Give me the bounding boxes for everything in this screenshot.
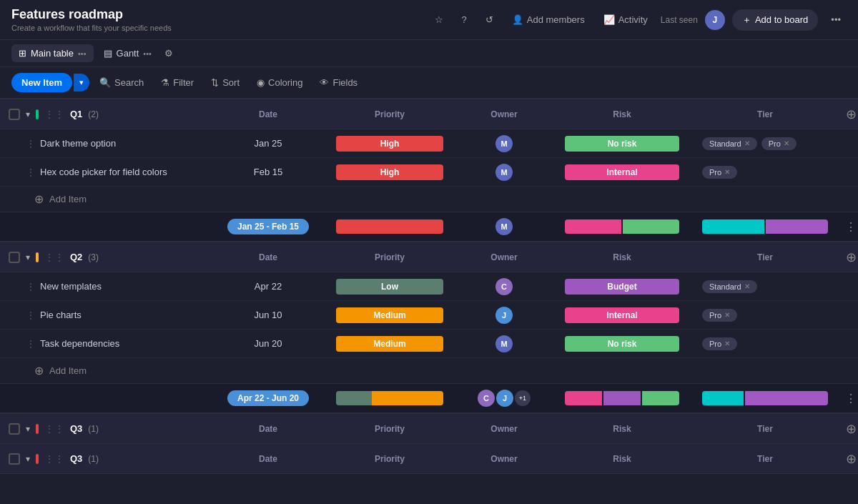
coloring-button[interactable]: ◉ Coloring	[250, 74, 310, 92]
priority-cell[interactable]: Medium	[322, 303, 458, 327]
group-expand-icon[interactable]: ▾	[26, 252, 30, 262]
col-header-owner: Owner	[458, 247, 551, 268]
star-button[interactable]: ☆	[429, 11, 449, 28]
group-count: (1)	[88, 454, 99, 464]
group-checkbox[interactable]	[9, 453, 20, 465]
risk-badge: Internal	[565, 307, 679, 323]
activity-button[interactable]: 📈 Activity	[598, 11, 654, 28]
risk-cell[interactable]: No risk	[551, 132, 694, 156]
group-title: Q3	[70, 423, 82, 434]
search-button[interactable]: 🔍 Search	[92, 74, 151, 92]
group-expand-icon[interactable]: ▾	[26, 454, 30, 464]
group-drag-icon[interactable]: ⋮⋮	[44, 423, 64, 435]
item-name: New templates	[40, 281, 102, 292]
drag-handle: ⋮	[26, 310, 36, 321]
new-item-button[interactable]: New Item	[11, 73, 72, 92]
add-item-label: Add Item	[49, 365, 87, 376]
fields-button[interactable]: 👁 Fields	[312, 74, 365, 92]
table-row: ⋮ New templates Apr 22LowCBudgetStandard…	[0, 272, 858, 301]
priority-badge: Medium	[336, 336, 443, 352]
tier-tag[interactable]: Pro ✕	[761, 137, 797, 150]
add-item-row[interactable]: ⊕ Add Item	[0, 358, 858, 384]
risk-cell[interactable]: No risk	[551, 332, 694, 356]
risk-cell[interactable]: Budget	[551, 275, 694, 299]
group-header-q1: ▾ ⋮⋮ Q1 (2) DatePriorityOwnerRiskTier⊕	[0, 99, 858, 129]
col-header-tier: Tier	[694, 418, 837, 440]
fields-icon: 👁	[320, 77, 329, 88]
group-title: Q1	[70, 109, 82, 119]
priority-cell[interactable]: High	[322, 132, 458, 156]
filter-button[interactable]: ⚗ Filter	[154, 74, 201, 92]
col-header-q3-date: Date	[214, 448, 322, 470]
priority-cell[interactable]: Low	[322, 275, 458, 299]
help-button[interactable]: ?	[456, 11, 473, 28]
add-item-row[interactable]: ⊕ Add Item	[0, 187, 858, 212]
priority-badge: Low	[336, 279, 443, 295]
settings-icon[interactable]: ⚙	[164, 48, 173, 59]
summary-more-icon[interactable]: ⋮	[837, 220, 858, 234]
col-header-priority: Priority	[322, 104, 458, 125]
tab-bar: ⊞ Main table ••• ▤ Gantt ••• ⚙	[0, 40, 858, 67]
group-header-q3: ▾ ⋮⋮ Q3 (1) DatePriorityOwnerRiskTier⊕	[0, 414, 858, 444]
table-row: ⋮ Pie charts Jun 10MediumJInternalPro ✕	[0, 301, 858, 330]
tier-cell: Pro ✕	[694, 162, 837, 183]
col-header-q3-priority: Priority	[322, 448, 458, 470]
group-checkbox[interactable]	[9, 252, 20, 263]
add-column-button-q3[interactable]: ⊕	[837, 451, 858, 467]
group-checkbox[interactable]	[9, 423, 20, 435]
group-drag-icon[interactable]: ⋮⋮	[44, 453, 64, 465]
summary-tier	[694, 387, 837, 410]
new-item-caret-button[interactable]: ▾	[74, 74, 89, 92]
tier-tag[interactable]: Pro ✕	[702, 337, 737, 350]
tab-main-table[interactable]: ⊞ Main table •••	[11, 44, 94, 62]
add-members-button[interactable]: 👤 Add members	[506, 11, 591, 28]
col-header-date: Date	[214, 247, 322, 268]
group-expand-icon[interactable]: ▾	[26, 109, 30, 119]
table-icon: ⊞	[19, 48, 26, 59]
add-to-board-button[interactable]: ＋ Add to board	[732, 9, 818, 31]
remove-tier-icon[interactable]: ✕	[724, 168, 730, 176]
tier-tag[interactable]: Pro ✕	[702, 166, 737, 179]
add-column-button[interactable]: ⊕	[837, 107, 858, 122]
add-item-label: Add Item	[49, 194, 87, 204]
group-count: (3)	[88, 252, 99, 262]
table-row: ⋮ Task dependencies Jun 20MediumMNo risk…	[0, 330, 858, 358]
more-options-button[interactable]: •••	[825, 11, 847, 28]
history-button[interactable]: ↺	[480, 11, 499, 28]
summary-risk	[551, 387, 694, 410]
risk-cell[interactable]: Internal	[551, 160, 694, 184]
sort-button[interactable]: ⇅ Sort	[204, 74, 247, 92]
risk-badge: Internal	[565, 164, 679, 180]
group-header-q3: ▾ ⋮⋮ Q3 (1) DatePriorityOwnerRiskTier⊕	[0, 444, 858, 474]
remove-tier-icon[interactable]: ✕	[724, 311, 730, 319]
col-header-q3-tier: Tier	[694, 448, 837, 470]
sort-icon: ⇅	[211, 77, 219, 88]
risk-badge: Budget	[565, 279, 679, 295]
remove-tier-icon[interactable]: ✕	[744, 282, 750, 290]
avatar: M	[495, 218, 513, 235]
date-cell: Apr 22	[214, 277, 322, 296]
priority-cell[interactable]: High	[322, 160, 458, 184]
item-name: Dark theme option	[40, 138, 116, 149]
tab-more-icon[interactable]: •••	[78, 49, 87, 58]
col-header-owner: Owner	[458, 104, 551, 125]
tier-tag[interactable]: Standard ✕	[702, 280, 757, 293]
group-drag-icon[interactable]: ⋮⋮	[44, 252, 64, 263]
tab-gantt[interactable]: ▤ Gantt •••	[97, 44, 159, 62]
add-column-button[interactable]: ⊕	[837, 249, 858, 265]
tier-tag[interactable]: Pro ✕	[702, 309, 737, 322]
add-column-button[interactable]: ⊕	[837, 421, 858, 437]
remove-tier-icon[interactable]: ✕	[744, 139, 750, 147]
group-drag-icon[interactable]: ⋮⋮	[44, 109, 64, 120]
risk-cell[interactable]: Internal	[551, 303, 694, 327]
col-header-q3-owner: Owner	[458, 448, 551, 470]
priority-cell[interactable]: Medium	[322, 332, 458, 356]
tier-cell: Pro ✕	[694, 305, 837, 326]
gantt-more-icon[interactable]: •••	[143, 49, 152, 58]
group-checkbox[interactable]	[9, 109, 20, 120]
remove-tier-icon[interactable]: ✕	[724, 340, 730, 347]
remove-tier-icon[interactable]: ✕	[784, 139, 789, 147]
summary-more-icon[interactable]: ⋮	[837, 392, 858, 405]
tier-tag[interactable]: Standard ✕	[702, 137, 757, 150]
group-expand-icon[interactable]: ▾	[26, 424, 30, 434]
